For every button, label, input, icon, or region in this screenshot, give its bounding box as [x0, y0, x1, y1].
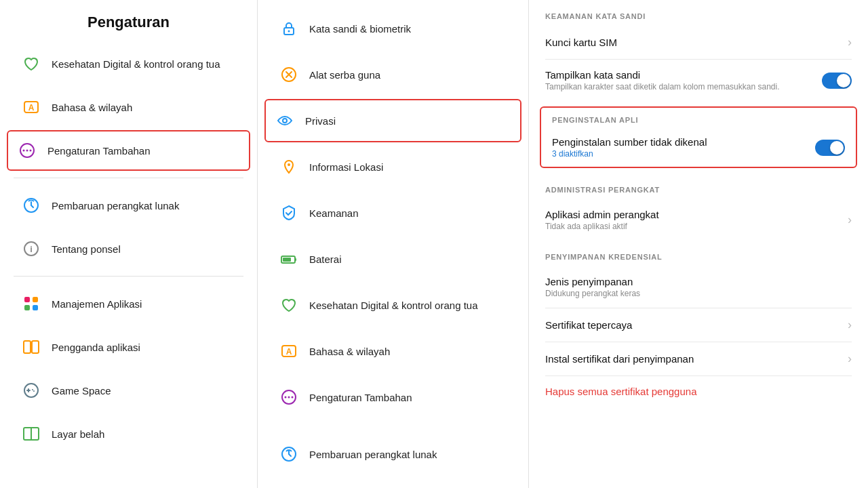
heart2-icon	[278, 294, 300, 316]
section-administrasi-perangkat: ADMINISTRASI PERANGKAT Aplikasi admin pe…	[529, 174, 868, 241]
game-icon	[20, 380, 42, 401]
mid-item-keamanan[interactable]: Keamanan	[264, 191, 521, 235]
mid-item-pembaruan2[interactable]: Pembaruan perangkat lunak	[264, 432, 521, 476]
right-item-sertifikat-tepercaya-title: Sertifikat tepercaya	[545, 319, 842, 331]
sidebar-item-bahasa-label: Bahasa & wilayah	[52, 102, 132, 113]
mid-item-tentang2[interactable]: i Tentang ponsel	[264, 479, 521, 488]
layar-icon	[20, 423, 42, 445]
svg-point-30	[288, 396, 290, 399]
right-item-penginstalan-content: Penginstalan sumber tidak dikenal 3 diak…	[552, 136, 815, 159]
svg-point-5	[30, 150, 32, 152]
split-rect-icon	[20, 336, 42, 358]
sidebar-item-layar[interactable]: Layar belah	[7, 413, 250, 454]
right-item-kunci-sim[interactable]: Kunci kartu SIM ›	[529, 26, 868, 59]
middle-panel: Kata sandi & biometrik Alat serba guna P…	[258, 0, 529, 488]
mid-item-kesehatan2[interactable]: Kesehatan Digital & kontrol orang tua	[264, 283, 521, 327]
svg-text:i: i	[30, 244, 33, 254]
chevron-right-icon: ›	[848, 35, 852, 49]
sidebar-item-tentang[interactable]: i Tentang ponsel	[7, 228, 250, 269]
chevron-right-icon-2: ›	[848, 213, 852, 227]
mid-item-baterai[interactable]: Baterai	[264, 237, 521, 281]
sidebar-item-pengaturan-tambahan[interactable]: Pengaturan Tambahan	[7, 130, 250, 171]
svg-rect-24	[295, 258, 296, 261]
right-item-instal-content: Instal sertifikat dari penyimpanan	[545, 353, 842, 365]
mid-item-kata-sandi-label: Kata sandi & biometrik	[309, 23, 411, 35]
right-item-jenis-penyimpanan[interactable]: Jenis penyimpanan Didukung perangkat ker…	[529, 266, 868, 308]
svg-rect-12	[33, 305, 38, 310]
right-item-aplikasi-admin-title: Aplikasi admin perangkat	[545, 209, 842, 220]
sidebar-item-gamespace[interactable]: Game Space	[7, 370, 250, 411]
right-item-instal-sertifikat[interactable]: Instal sertifikat dari penyimpanan ›	[529, 342, 868, 375]
right-item-kunci-sim-content: Kunci kartu SIM	[545, 37, 842, 48]
section-penginstalan-apli: PENGINSTALAN APLI Penginstalan sumber ti…	[540, 106, 857, 168]
right-item-instal-title: Instal sertifikat dari penyimpanan	[545, 353, 842, 365]
right-item-hapus-sertifikat[interactable]: Hapus semua sertifikat pengguna	[529, 376, 868, 407]
sidebar-item-pembaruan[interactable]: Pembaruan perangkat lunak	[7, 185, 250, 226]
right-item-penginstalan-sumber[interactable]: Penginstalan sumber tidak dikenal 3 diak…	[541, 128, 856, 167]
tool-gold-icon	[278, 64, 300, 85]
sidebar-item-pengaturan-tambahan-label: Pengaturan Tambahan	[47, 145, 151, 157]
sidebar-item-manajemen-label: Manajemen Aplikasi	[52, 298, 142, 310]
section-header-administrasi: ADMINISTRASI PERANGKAT	[529, 174, 868, 199]
right-item-tampilkan-title: Tampilkan kata sandi	[545, 69, 822, 81]
chevron-right-icon-4: ›	[848, 352, 852, 366]
sidebar-item-pengganda[interactable]: Pengganda aplikasi	[7, 327, 250, 367]
sidebar-item-bahasa[interactable]: A Bahasa & wilayah	[7, 87, 250, 127]
lock-blue-icon	[278, 18, 300, 39]
svg-rect-14	[32, 341, 39, 353]
right-item-hapus-content: Hapus semua sertifikat pengguna	[545, 386, 852, 397]
page-title: Pengaturan	[0, 0, 257, 42]
update-circle-icon	[20, 195, 42, 216]
section-keamanan-kata-sandi: KEAMANAN KATA SANDI Kunci kartu SIM › Ta…	[529, 0, 868, 101]
svg-text:A: A	[28, 103, 35, 113]
right-item-jenis-subtitle: Didukung perangkat keras	[545, 289, 852, 298]
mid-item-alat[interactable]: Alat serba guna	[264, 53, 521, 96]
mid-item-baterai-label: Baterai	[309, 253, 342, 265]
mid-item-keamanan-label: Keamanan	[309, 207, 359, 219]
right-item-aplikasi-admin[interactable]: Aplikasi admin perangkat Tidak ada aplik…	[529, 199, 868, 241]
sidebar-item-manajemen[interactable]: Manajemen Aplikasi	[7, 283, 250, 324]
toggle-penginstalan-sumber[interactable]	[815, 140, 845, 156]
pin-gold-icon	[278, 156, 300, 178]
chevron-right-icon-3: ›	[848, 318, 852, 332]
svg-point-19	[288, 30, 290, 33]
left-divider-2	[14, 276, 243, 277]
right-item-tampilkan-kata-sandi[interactable]: Tampilkan kata sandi Tampilkan karakter …	[529, 60, 868, 101]
dots-circle-icon	[16, 140, 38, 161]
mid-item-lokasi-label: Informasi Lokasi	[309, 161, 383, 173]
right-item-jenis-content: Jenis penyimpanan Didukung perangkat ker…	[545, 276, 852, 298]
sidebar-item-layar-label: Layar belah	[52, 428, 104, 440]
a-box2-icon: A	[278, 340, 300, 362]
svg-text:A: A	[286, 347, 292, 357]
mid-item-pembaruan2-label: Pembaruan perangkat lunak	[309, 449, 437, 460]
sidebar-item-kesehatan-label: Kesehatan Digital & kontrol orang tua	[52, 58, 220, 70]
right-panel: KEAMANAN KATA SANDI Kunci kartu SIM › Ta…	[529, 0, 868, 488]
right-item-kunci-sim-title: Kunci kartu SIM	[545, 37, 842, 48]
sidebar-item-gamespace-label: Game Space	[52, 385, 111, 396]
mid-item-alat-label: Alat serba guna	[309, 69, 380, 81]
svg-rect-13	[24, 341, 31, 353]
mid-item-pengaturan2[interactable]: Pengaturan Tambahan	[264, 375, 521, 419]
battery-green-icon	[278, 248, 300, 270]
right-item-tampilkan-content: Tampilkan kata sandi Tampilkan karakter …	[545, 69, 822, 92]
svg-rect-9	[24, 297, 30, 302]
mid-item-kata-sandi[interactable]: Kata sandi & biometrik	[264, 7, 521, 50]
sidebar-item-tentang-label: Tentang ponsel	[52, 243, 121, 255]
section-penyimpanan-kredensial: PENYIMPANAN KREDENSIAL Jenis penyimpanan…	[529, 241, 868, 407]
sidebar-item-kesehatan[interactable]: Kesehatan Digital & kontrol orang tua	[7, 43, 250, 84]
mid-item-bahasa2[interactable]: A Bahasa & wilayah	[264, 329, 521, 373]
sidebar-item-pengganda-label: Pengganda aplikasi	[52, 342, 140, 353]
toggle-thumb-2	[830, 141, 844, 155]
a-box-icon: A	[20, 96, 42, 118]
mid-item-privasi-label: Privasi	[305, 115, 336, 127]
sidebar-item-pembaruan-label: Pembaruan perangkat lunak	[52, 200, 179, 211]
mid-item-bahasa2-label: Bahasa & wilayah	[309, 346, 390, 357]
right-item-sertifikat-tepercaya[interactable]: Sertifikat tepercaya ›	[529, 308, 868, 342]
svg-point-21	[283, 119, 287, 123]
right-item-tampilkan-subtitle: Tampilkan karakter saat diketik dalam ko…	[545, 82, 822, 92]
mid-item-privasi[interactable]: Privasi	[264, 99, 521, 142]
toggle-tampilkan-kata-sandi[interactable]	[822, 73, 852, 89]
mid-item-lokasi[interactable]: Informasi Lokasi	[264, 145, 521, 188]
left-panel: Pengaturan Kesehatan Digital & kontrol o…	[0, 0, 258, 488]
svg-rect-10	[33, 297, 38, 302]
